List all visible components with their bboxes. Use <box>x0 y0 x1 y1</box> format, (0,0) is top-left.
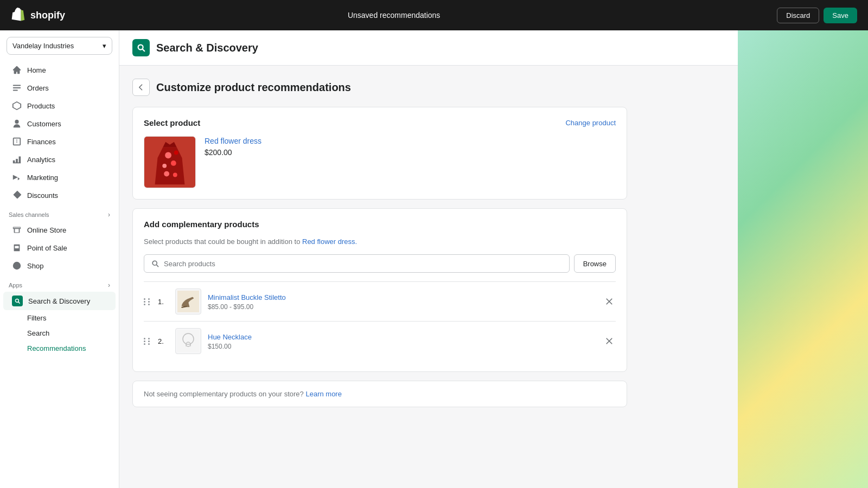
chevron-icon: › <box>108 211 110 219</box>
sidebar-item-orders[interactable]: Orders <box>3 79 116 97</box>
sidebar-item-home[interactable]: Home <box>3 61 116 79</box>
product-name-link[interactable]: Red flower dress <box>205 137 261 145</box>
drag-handle-1[interactable] <box>144 298 151 305</box>
sidebar-item-analytics[interactable]: Analytics <box>3 151 116 168</box>
sidebar-item-label: Customers <box>27 120 61 128</box>
svg-point-9 <box>165 152 171 158</box>
rec-item-1: 1. Minimalist Buckle Stiletto $85.00 - $… <box>144 281 616 321</box>
sidebar-item-marketing[interactable]: Marketing <box>3 169 116 186</box>
layout: Vandelay Industries ▾ Home Orders Produc… <box>0 30 868 488</box>
rec-name-2[interactable]: Hue Necklace <box>208 333 252 341</box>
sidebar-item-label: Point of Sale <box>27 244 67 252</box>
search-input-wrap <box>144 254 570 273</box>
orders-icon <box>12 83 22 93</box>
product-info: Red flower dress $200.00 <box>205 136 261 157</box>
search-input[interactable] <box>164 260 563 268</box>
svg-point-7 <box>138 45 143 50</box>
sidebar-item-finances[interactable]: Finances <box>3 133 116 150</box>
customers-icon <box>12 119 22 129</box>
select-product-card: Select product Change product <box>132 107 627 200</box>
search-icon <box>151 259 159 268</box>
sidebar-sub-filters[interactable]: Filters <box>3 311 116 325</box>
rec-price-2: $150.00 <box>208 343 596 350</box>
content-area: Customize product recommendations Select… <box>119 66 640 420</box>
sidebar-item-label: Filters <box>27 314 46 322</box>
finances-icon <box>12 137 22 146</box>
discard-button[interactable]: Discard <box>777 8 819 23</box>
sidebar-item-online-store[interactable]: Online Store <box>3 221 116 239</box>
search-row: Browse <box>144 254 616 273</box>
drag-handle-2[interactable] <box>144 338 151 345</box>
sidebar-item-search-discovery[interactable]: Search & Discovery <box>3 292 116 310</box>
subtitle-pre-text: Select products that could be bought in … <box>144 237 300 246</box>
svg-point-13 <box>164 171 169 177</box>
logo-text: shopify <box>30 10 65 21</box>
sidebar-item-label: Recommendations <box>27 344 86 352</box>
rec-thumb-1 <box>175 288 201 314</box>
svg-point-14 <box>173 173 177 177</box>
browse-button[interactable]: Browse <box>574 254 616 273</box>
product-image <box>144 136 196 188</box>
card-header: Select product Change product <box>144 118 616 127</box>
not-seeing-text: Not seeing complementary products on you… <box>144 390 304 398</box>
product-price: $200.00 <box>205 148 261 157</box>
page-header: Search & Discovery <box>119 30 738 66</box>
card-title-text: Select product <box>144 118 200 127</box>
sidebar-item-customers[interactable]: Customers <box>3 115 116 132</box>
remove-button-2[interactable] <box>603 335 616 348</box>
rec-item-2: 2. Hue Necklace $150.00 <box>144 321 616 361</box>
sidebar-item-label: Search <box>27 329 49 337</box>
store-selector[interactable]: Vandelay Industries ▾ <box>7 37 112 55</box>
sidebar-item-label: Search & Discovery <box>28 297 90 305</box>
search-discovery-icon <box>12 296 23 306</box>
rec-thumb-2 <box>175 328 201 354</box>
sidebar-item-label: Products <box>27 102 55 110</box>
sidebar: Vandelay Industries ▾ Home Orders Produc… <box>0 30 119 488</box>
sidebar-item-shop[interactable]: Shop <box>3 257 116 274</box>
complementary-card: Add complementary products Select produc… <box>132 208 627 372</box>
sidebar-item-label: Finances <box>27 138 56 146</box>
sidebar-item-label: Discounts <box>27 191 58 200</box>
subtitle-product-link[interactable]: Red flower dress. <box>302 237 357 246</box>
change-product-link[interactable]: Change product <box>565 119 616 127</box>
rec-name-1[interactable]: Minimalist Buckle Stiletto <box>208 293 286 301</box>
card-title: Add complementary products <box>144 220 616 229</box>
save-button[interactable]: Save <box>824 8 857 23</box>
svg-point-6 <box>15 299 18 302</box>
rec-num-1: 1. <box>158 298 169 306</box>
page-header-icon <box>132 39 150 56</box>
rec-price-1: $85.00 - $95.00 <box>208 303 596 311</box>
svg-point-10 <box>171 160 176 166</box>
topbar-actions: Discard Save <box>777 8 857 23</box>
svg-point-12 <box>174 150 178 155</box>
svg-rect-2 <box>13 90 18 91</box>
back-button[interactable] <box>132 79 150 96</box>
svg-rect-0 <box>13 85 21 86</box>
sidebar-item-label: Online Store <box>27 226 66 234</box>
sidebar-sub-recommendations[interactable]: Recommendations <box>3 341 116 356</box>
sidebar-item-label: Analytics <box>27 156 55 164</box>
card-subtitle: Select products that could be bought in … <box>144 237 616 246</box>
product-display: Red flower dress $200.00 <box>144 136 616 188</box>
topbar: shopify Unsaved recommendations Discard … <box>0 0 868 30</box>
section-nav: Customize product recommendations <box>132 79 627 96</box>
sidebar-item-pos[interactable]: Point of Sale <box>3 239 116 256</box>
rec-info-2: Hue Necklace $150.00 <box>208 332 596 350</box>
learn-more-link[interactable]: Learn more <box>305 390 341 398</box>
pos-icon <box>12 243 22 253</box>
home-icon <box>12 65 22 75</box>
sidebar-item-label: Home <box>27 66 46 74</box>
rec-num-2: 2. <box>158 337 169 345</box>
card-title-text: Add complementary products <box>144 220 259 229</box>
rec-info-1: Minimalist Buckle Stiletto $85.00 - $95.… <box>208 292 596 311</box>
shop-icon <box>12 261 22 271</box>
svg-rect-1 <box>13 87 21 88</box>
products-icon <box>12 101 22 111</box>
sidebar-sub-search[interactable]: Search <box>3 326 116 341</box>
sidebar-item-products[interactable]: Products <box>3 97 116 114</box>
remove-button-1[interactable] <box>603 295 616 308</box>
sidebar-item-discounts[interactable]: Discounts <box>3 187 116 204</box>
main-content: Search & Discovery Customize product rec… <box>119 30 738 488</box>
right-decorative-panel <box>738 30 868 488</box>
sales-channels-section: Sales channels › <box>0 204 119 221</box>
